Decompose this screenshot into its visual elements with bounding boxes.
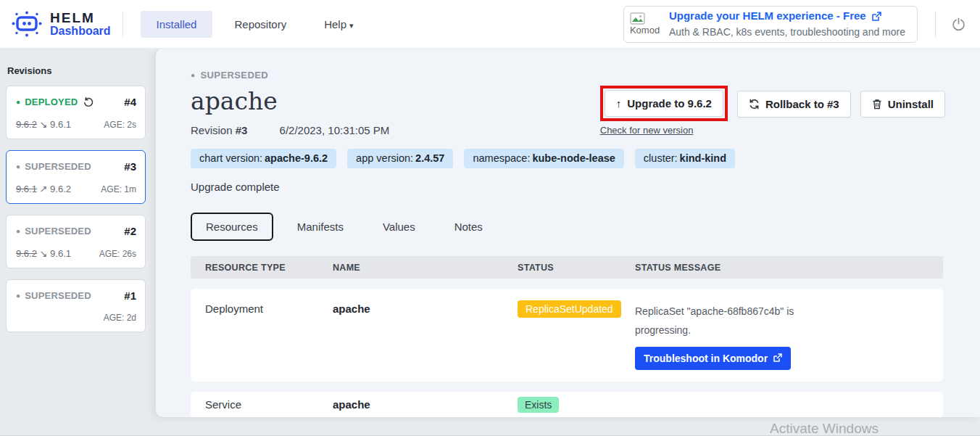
revision-status: ● DEPLOYED [16, 96, 94, 107]
revision-status: ● SUPERSEDED [16, 161, 91, 172]
namespace-chip: namespace:kube-node-lease [464, 149, 623, 168]
tab-resources[interactable]: Resources [191, 213, 273, 241]
col-status-message: STATUS MESSAGE [635, 263, 943, 273]
komodor-image-alt-text: Komod [630, 25, 660, 36]
logo-title: HELM [50, 11, 111, 25]
rollback-button[interactable]: Rollback to #3 [737, 91, 851, 118]
resource-name-cell: apache [333, 398, 518, 411]
external-link-icon [773, 353, 782, 363]
nav-installed[interactable]: Installed [141, 11, 213, 38]
status-dot-icon: ● [16, 292, 20, 300]
banner-subtitle: Auth & RBAC, k8s events, troubleshooting… [669, 25, 905, 40]
helm-robot-icon [10, 9, 43, 39]
downgrade-arrow-icon: ↘ [40, 248, 48, 259]
detail-tabs: Resources Manifests Values Notes [191, 213, 945, 241]
tab-notes[interactable]: Notes [439, 213, 498, 241]
komodor-logo-broken-image: Komod [630, 12, 662, 36]
status-message: ReplicaSet "apache-68fb867c4b" is progre… [635, 303, 798, 340]
status-dot-icon: ● [16, 163, 20, 170]
release-detail-panel: ● SUPERSEDED apache Revision #3 6/2/2023… [156, 49, 980, 417]
check-new-version-link[interactable]: Check for new version [600, 125, 728, 136]
uninstall-button[interactable]: Uninstall [860, 91, 945, 118]
resource-type-cell: Deployment [205, 303, 333, 315]
revisions-sidebar: Revisions ● DEPLOYED #4 9.6.2 ↘ 9.6.1 AG… [0, 49, 156, 436]
trash-icon [872, 99, 882, 110]
revision-age: AGE: 2d [104, 313, 136, 323]
table-row: Deployment apache ReplicaSetUpdated Repl… [191, 289, 943, 382]
nav-help[interactable]: Help▾ [308, 11, 369, 38]
app-version-chip: app version:2.4.57 [347, 149, 453, 168]
banner-title-link[interactable]: Upgrade your HELM experience - Free [669, 8, 866, 25]
revision-card-2[interactable]: ● SUPERSEDED #2 9.6.2 ↘ 9.6.1 AGE: 26s [6, 215, 146, 268]
komodor-upgrade-banner[interactable]: Komod Upgrade your HELM experience - Fre… [623, 6, 918, 43]
up-arrow-icon: ↑ [616, 97, 622, 110]
activate-windows-watermark: Activate Windows [770, 421, 879, 436]
resource-name-cell: apache [333, 303, 518, 315]
external-link-icon [871, 12, 881, 22]
revision-number: #1 [124, 289, 136, 302]
table-row: Service apache Exists [191, 392, 943, 417]
col-status: STATUS [518, 263, 635, 273]
revisions-heading: Revisions [6, 65, 146, 76]
troubleshoot-button[interactable]: Troubleshoot in Komodor [635, 347, 791, 370]
release-actions: ↑ Upgrade to 9.6.2 Check for new version… [600, 91, 945, 136]
tab-manifests[interactable]: Manifests [282, 213, 359, 241]
col-name: NAME [333, 263, 518, 273]
helm-dashboard-logo[interactable]: HELM Dashboard [10, 9, 111, 39]
revision-number: #3 [124, 160, 136, 173]
revision-status: ● SUPERSEDED [16, 290, 91, 301]
revision-number: #4 [124, 96, 136, 108]
header-divider [935, 11, 936, 37]
history-icon [83, 97, 94, 107]
cluster-chip: cluster:kind-kind [635, 149, 735, 168]
revision-card-4[interactable]: ● DEPLOYED #4 9.6.2 ↘ 9.6.1 AGE: 2s [6, 86, 146, 139]
status-badge: Exists [518, 397, 559, 413]
col-resource-type: RESOURCE TYPE [205, 263, 333, 273]
revision-age: AGE: 1m [101, 184, 136, 194]
rollback-icon [749, 99, 760, 110]
version-change: 9.6.1 ↗ 9.6.2 [16, 184, 71, 194]
revision-card-3[interactable]: ● SUPERSEDED #3 9.6.1 ↗ 9.6.2 AGE: 1m [6, 150, 146, 204]
red-highlight-annotation: ↑ Upgrade to 9.6.2 [600, 86, 728, 121]
revision-card-1[interactable]: ● SUPERSEDED #1 AGE: 2d [6, 279, 146, 332]
resource-type-cell: Service [205, 398, 333, 411]
revision-info: Revision #3 6/2/2023, 10:31:05 PM [191, 124, 389, 136]
release-description: Upgrade complete [191, 181, 945, 193]
status-dot-icon: ● [16, 99, 20, 106]
logo-subtitle: Dashboard [50, 25, 111, 38]
header-divider [122, 11, 123, 37]
nav-repository[interactable]: Repository [218, 11, 302, 38]
revision-number: #2 [124, 225, 136, 237]
power-icon[interactable] [952, 17, 966, 31]
release-meta-chips: chart version:apache-9.6.2 app version:2… [191, 149, 945, 168]
release-status-badge: ● SUPERSEDED [191, 70, 945, 81]
upgrade-button[interactable]: ↑ Upgrade to 9.6.2 [605, 90, 723, 117]
status-dot-icon: ● [16, 228, 20, 235]
chevron-down-icon: ▾ [349, 21, 354, 30]
top-header: HELM Dashboard Installed Repository Help… [0, 0, 980, 49]
status-dot-icon: ● [191, 72, 195, 79]
version-change: 9.6.2 ↘ 9.6.1 [16, 248, 71, 259]
status-badge: ReplicaSetUpdated [518, 300, 621, 318]
main-nav: Installed Repository Help▾ [141, 11, 370, 38]
tab-values[interactable]: Values [368, 213, 431, 241]
chart-version-chip: chart version:apache-9.6.2 [191, 149, 336, 168]
resources-table: RESOURCE TYPE NAME STATUS STATUS MESSAGE… [191, 256, 943, 417]
downgrade-arrow-icon: ↘ [40, 119, 48, 130]
release-title: apache [191, 87, 389, 115]
upgrade-arrow-icon: ↗ [40, 184, 48, 194]
release-date: 6/2/2023, 10:31:05 PM [280, 124, 390, 136]
revision-status: ● SUPERSEDED [16, 226, 91, 236]
table-header-row: RESOURCE TYPE NAME STATUS STATUS MESSAGE [191, 256, 943, 279]
revision-age: AGE: 2s [104, 120, 136, 130]
version-change: 9.6.2 ↘ 9.6.1 [16, 119, 71, 130]
revision-age: AGE: 26s [99, 249, 136, 259]
